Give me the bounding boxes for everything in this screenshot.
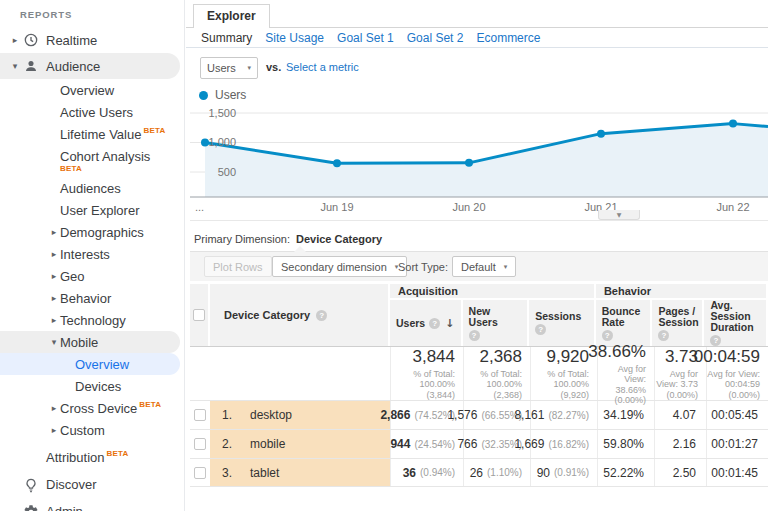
y-tick-label: 1,000	[208, 136, 236, 148]
sidebar-item-cross-device[interactable]: ▸Cross DeviceBETA	[0, 397, 184, 419]
chevron-collapsed-icon[interactable]: ▸	[8, 35, 22, 45]
metric-value: 59.80%	[603, 437, 644, 451]
avg-duration-cell: 00:01:27	[706, 430, 768, 458]
users-line-chart: 5001,0001,500...Jun 19Jun 20Jun 21Jun 22	[190, 103, 768, 221]
sidebar-item-audiences[interactable]: Audiences	[0, 177, 184, 199]
row-checkbox-cell	[190, 459, 210, 486]
chevron-expanded-icon[interactable]: ▾	[48, 337, 60, 347]
sidebar-item-behavior[interactable]: ▸Behavior	[0, 287, 184, 309]
sidebar-item-active-users[interactable]: Active Users	[0, 101, 184, 123]
column-header-new-users[interactable]: New Users?	[463, 300, 530, 346]
table-row-desktop: 1.desktop2,866(74.52%)1,576(66.55%)8,161…	[190, 400, 768, 429]
help-icon[interactable]: ?	[710, 335, 721, 346]
sidebar-item-demographics[interactable]: ▸Demographics	[0, 221, 184, 243]
sidebar-item-interests[interactable]: ▸Interests	[0, 243, 184, 265]
chevron-expanded-icon[interactable]: ▾	[8, 61, 22, 71]
sidebar-item-label: Audience	[46, 59, 100, 74]
chevron-collapsed-icon[interactable]: ▸	[48, 293, 60, 303]
new-users-cell: 26(1.10%)	[463, 459, 530, 486]
data-point[interactable]	[729, 120, 737, 128]
data-point[interactable]	[333, 159, 341, 167]
sidebar-item-overview[interactable]: Overview	[0, 79, 184, 101]
row-checkbox[interactable]	[194, 409, 206, 421]
sidebar: REPORTS ▸Realtime▾AudienceOverviewActive…	[0, 0, 185, 511]
sidebar-item-lifetime-value[interactable]: Lifetime ValueBETA	[0, 123, 184, 145]
metric-percent: (0.94%)	[420, 467, 455, 478]
sidebar-item-overview[interactable]: Overview	[0, 353, 180, 375]
chevron-collapsed-icon[interactable]: ▸	[48, 315, 60, 325]
chevron-collapsed-icon[interactable]: ▸	[48, 249, 60, 259]
bounce-rate-cell: 59.80%	[597, 430, 654, 458]
sidebar-item-mobile[interactable]: ▾Mobile	[0, 331, 180, 353]
chevron-collapsed-icon[interactable]: ▸	[48, 271, 60, 281]
sidebar-section-label: REPORTS	[20, 9, 184, 20]
sidebar-item-user-explorer[interactable]: User Explorer	[0, 199, 184, 221]
column-header-avg-session-duration[interactable]: Avg. Session Duration?	[704, 300, 766, 346]
select-all-checkbox[interactable]	[193, 309, 205, 321]
avg-duration-cell: 00:01:45	[706, 459, 768, 486]
sessions-cell: 1,669(16.82%)	[530, 430, 597, 458]
tab-ecommerce[interactable]: Ecommerce	[476, 31, 540, 45]
sidebar-item-cohort-analysis[interactable]: Cohort AnalysisBETA	[0, 145, 184, 177]
sidebar-item-audience[interactable]: ▾Audience	[0, 53, 180, 79]
totals-value: 00:04:59	[694, 347, 760, 367]
tab-site-usage[interactable]: Site Usage	[265, 31, 324, 45]
column-header-label: Sessions	[535, 311, 581, 322]
column-header-label: Bounce Rate	[602, 306, 645, 328]
metric-selector-dropdown[interactable]: Users ▾	[200, 57, 258, 79]
help-icon[interactable]: ?	[429, 318, 440, 329]
metric-value: 944	[390, 437, 410, 451]
sidebar-item-devices[interactable]: Devices	[0, 375, 184, 397]
chevron-collapsed-icon[interactable]: ▸	[48, 227, 60, 237]
row-checkbox[interactable]	[194, 467, 206, 479]
tab-summary[interactable]: Summary	[201, 31, 252, 45]
column-header-device-category[interactable]: Device Category?	[210, 284, 390, 346]
help-icon[interactable]: ?	[469, 330, 480, 341]
totals-blank-cell	[190, 347, 390, 400]
totals-users: 3,844% of Total:100.00% (3,844)	[390, 347, 463, 400]
tab-explorer[interactable]: Explorer	[193, 4, 270, 28]
column-header-users[interactable]: Users?↓	[390, 300, 463, 346]
primary-dimension-value[interactable]: Device Category	[296, 233, 382, 245]
sidebar-item-custom[interactable]: ▸Custom	[0, 419, 184, 441]
sidebar-item-technology[interactable]: ▸Technology	[0, 309, 184, 331]
sidebar-item-label: Technology	[60, 313, 126, 328]
sort-type-dropdown[interactable]: Default ▾	[452, 256, 516, 277]
chevron-collapsed-icon[interactable]: ▸	[48, 425, 60, 435]
tab-goal-set-1[interactable]: Goal Set 1	[337, 31, 394, 45]
row-checkbox[interactable]	[194, 438, 206, 450]
axis-granularity-dropdown[interactable]: ▼	[598, 210, 640, 220]
chart-legend: Users	[199, 88, 246, 102]
dimension-notch	[294, 246, 306, 252]
chevron-collapsed-icon[interactable]: ▸	[48, 403, 60, 413]
column-header-bounce-rate[interactable]: Bounce Rate?	[596, 300, 653, 346]
help-icon[interactable]: ?	[535, 324, 546, 335]
tab-goal-set-2[interactable]: Goal Set 2	[407, 31, 464, 45]
sidebar-item-realtime[interactable]: ▸Realtime	[0, 27, 184, 53]
plot-rows-button[interactable]: Plot Rows	[204, 256, 272, 277]
sidebar-item-label: User Explorer	[60, 203, 139, 218]
sort-desc-icon[interactable]: ↓	[445, 318, 454, 329]
users-cell: 944(24.54%)	[390, 430, 463, 458]
help-icon[interactable]: ?	[658, 330, 669, 341]
help-icon[interactable]: ?	[316, 310, 327, 321]
select-metric-link[interactable]: Select a metric	[286, 61, 359, 73]
column-header-pages-session[interactable]: Pages / Session?	[652, 300, 704, 346]
users-cell: 36(0.94%)	[390, 459, 463, 486]
metric-percent: (1.10%)	[487, 467, 522, 478]
sidebar-item-discover[interactable]: Discover	[0, 471, 184, 498]
help-icon[interactable]: ?	[602, 330, 613, 341]
column-header-sessions[interactable]: Sessions?	[529, 300, 596, 346]
data-point[interactable]	[597, 130, 605, 138]
metric-value: 1,576	[447, 408, 477, 422]
data-table: Device Category?AcquisitionBehaviorUsers…	[190, 284, 768, 487]
secondary-dimension-dropdown[interactable]: Secondary dimension ▾	[272, 256, 407, 277]
sidebar-item-admin[interactable]: Admin	[0, 498, 184, 511]
group-header-acquisition: Acquisition	[390, 284, 596, 298]
data-point[interactable]	[465, 159, 473, 167]
column-header-label: Avg. Session Duration	[710, 300, 760, 333]
sidebar-item-label: Geo	[60, 269, 85, 284]
totals-new-users: 2,368% of Total:100.00% (2,368)	[463, 347, 530, 400]
sidebar-item-attribution[interactable]: AttributionBETA	[0, 444, 184, 471]
sidebar-item-geo[interactable]: ▸Geo	[0, 265, 184, 287]
